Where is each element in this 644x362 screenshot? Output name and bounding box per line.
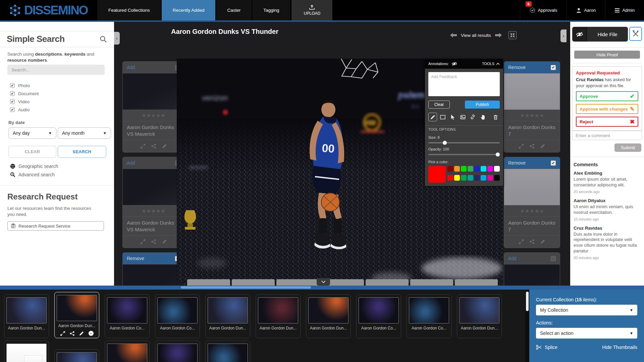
- opacity-slider[interactable]: [428, 153, 500, 157]
- vertical-scrollbar[interactable]: [525, 290, 529, 362]
- card-thumbnail[interactable]: [123, 169, 184, 205]
- nav-tab[interactable]: Caster: [216, 0, 252, 20]
- thumbnail-card[interactable]: [105, 341, 150, 362]
- hide-thumbnails-button[interactable]: Hide Thumbnails: [602, 345, 637, 350]
- color-swatch[interactable]: [474, 166, 480, 172]
- reject-button[interactable]: Reject ✖: [576, 117, 638, 127]
- annotation-clear-button[interactable]: Clear: [428, 101, 450, 109]
- card-thumbnail[interactable]: [123, 264, 184, 286]
- opacity-slider-thumb[interactable]: [496, 153, 500, 157]
- action-select[interactable]: Select an action ▼: [536, 328, 637, 339]
- comment-input[interactable]: [572, 131, 642, 140]
- color-swatch[interactable]: [481, 175, 486, 181]
- color-swatch[interactable]: [447, 175, 453, 181]
- compress-view-button[interactable]: [508, 31, 517, 39]
- color-swatch[interactable]: [481, 166, 486, 172]
- arrow-right-icon[interactable]: [495, 33, 502, 38]
- annotation-publish-button[interactable]: Publish: [465, 101, 500, 109]
- nav-tab[interactable]: Featured Collections: [97, 0, 162, 20]
- size-slider-thumb[interactable]: [443, 141, 447, 145]
- advanced-search-link[interactable]: Advanced search: [10, 172, 55, 177]
- feedback-textarea[interactable]: [428, 72, 500, 96]
- color-swatch[interactable]: [468, 166, 473, 172]
- search-input[interactable]: [7, 65, 105, 75]
- day-select[interactable]: Any day▼: [8, 127, 56, 139]
- approvals-button[interactable]: 6 Approvals: [520, 0, 567, 20]
- thumbnail-card[interactable]: [155, 341, 200, 362]
- color-swatch[interactable]: [454, 175, 460, 181]
- thumbnail-card[interactable]: Aaron Gordon Dun... –: [54, 292, 99, 338]
- submit-comment-button[interactable]: Submit: [614, 143, 641, 152]
- filter-checkbox-row[interactable]: Video: [10, 98, 39, 106]
- nav-tab[interactable]: Tagging: [252, 0, 291, 20]
- card-checkbox[interactable]: [551, 65, 556, 70]
- card-thumbnail[interactable]: [123, 73, 184, 110]
- horizontal-scrollbar[interactable]: [0, 286, 644, 290]
- thumbnail-card[interactable]: Aaron Gordon Co... –: [356, 294, 401, 338]
- thumbnail-card[interactable]: Aaron Gordon Co... –: [155, 294, 200, 338]
- star-rating[interactable]: ★★★★★: [504, 110, 560, 121]
- link-tool[interactable]: [469, 113, 477, 121]
- checkbox-checked[interactable]: [10, 107, 15, 112]
- card-checkbox[interactable]: [551, 256, 556, 261]
- card-thumbnail[interactable]: [504, 169, 560, 205]
- thumbnail-card[interactable]: Aaron Gordon Dun... –: [457, 294, 502, 338]
- color-swatch[interactable]: [461, 166, 467, 172]
- thumbnail-card[interactable]: Aaron Gordon Dun... –: [4, 294, 49, 338]
- card-action-link[interactable]: Remove: [508, 160, 526, 166]
- thumbnail-card[interactable]: [4, 341, 49, 362]
- color-swatch[interactable]: [461, 175, 467, 181]
- card-action-link[interactable]: Add: [127, 160, 135, 166]
- thumbnail-card[interactable]: Aaron Gordon Co... –: [105, 294, 150, 338]
- color-swatch[interactable]: [494, 175, 500, 181]
- checkbox-checked[interactable]: [10, 83, 15, 88]
- image-tool[interactable]: [459, 113, 467, 121]
- thumbnail-card[interactable]: [205, 341, 250, 362]
- nav-tab[interactable]: Recently Added: [162, 0, 216, 20]
- app-logo[interactable]: DISSEMINO: [0, 0, 97, 20]
- collapse-sidebar-handle[interactable]: ‹: [114, 32, 120, 45]
- color-swatch[interactable]: [474, 175, 480, 181]
- star-rating[interactable]: ★★★★★: [123, 110, 184, 121]
- thumbnail-card[interactable]: Aaron Gordon Dun... –: [306, 294, 351, 338]
- card-actions[interactable]: [123, 140, 184, 152]
- thumbnail-card[interactable]: Aaron Gordon Co... –: [407, 294, 451, 338]
- approve-with-changes-button[interactable]: Approve with changes ✎: [576, 104, 638, 114]
- color-swatch[interactable]: [468, 175, 473, 181]
- upload-button[interactable]: UPLOAD: [291, 0, 332, 20]
- color-swatch[interactable]: [454, 166, 460, 172]
- card-action-link[interactable]: Add: [127, 65, 135, 70]
- thumbnail-card[interactable]: Aaron Gordon Dun... –: [256, 294, 301, 338]
- card-action-link[interactable]: Remove: [508, 65, 526, 70]
- collapse-thumbnails-handle[interactable]: [317, 278, 330, 286]
- arrow-left-icon[interactable]: [450, 33, 457, 38]
- filter-checkbox-row[interactable]: Audio: [10, 106, 39, 114]
- pencil-icon[interactable]: [79, 331, 84, 336]
- selected-color-swatch[interactable]: [428, 166, 446, 183]
- card-action-link[interactable]: Add: [508, 256, 517, 261]
- rectangle-tool[interactable]: [438, 113, 447, 121]
- card-action-link[interactable]: Remove: [127, 256, 144, 261]
- filter-checkbox-row[interactable]: Document: [10, 89, 39, 98]
- scrollbar-thumb[interactable]: [181, 286, 311, 289]
- card-checkbox[interactable]: [551, 161, 556, 166]
- collection-select[interactable]: My Collection ▼: [536, 305, 637, 315]
- star-rating[interactable]: ★★★★★: [504, 205, 560, 217]
- card-thumbnail[interactable]: [504, 73, 560, 110]
- color-swatch[interactable]: [447, 166, 453, 172]
- scrollbar-thumb[interactable]: [526, 292, 529, 311]
- hide-proof-button[interactable]: Hide Proof: [574, 51, 640, 59]
- tools-collapse-toggle[interactable]: TOOLS: [482, 62, 500, 66]
- thumbnail-card[interactable]: Aaron Gordon Dun... –: [205, 294, 250, 338]
- pencil-tool[interactable]: [428, 113, 437, 121]
- card-actions[interactable]: [504, 140, 560, 152]
- select-cursor-tool[interactable]: [448, 113, 457, 121]
- color-swatch[interactable]: [487, 166, 493, 172]
- research-request-button[interactable]: Research Request Service: [7, 221, 104, 231]
- checkbox-checked[interactable]: [10, 99, 15, 104]
- proof-tools-button[interactable]: [629, 27, 642, 41]
- view-all-results-link[interactable]: View all results: [461, 33, 491, 38]
- pan-hand-tool[interactable]: [479, 113, 487, 121]
- hide-file-button[interactable]: Hide File: [572, 27, 628, 42]
- color-swatch[interactable]: [494, 166, 500, 172]
